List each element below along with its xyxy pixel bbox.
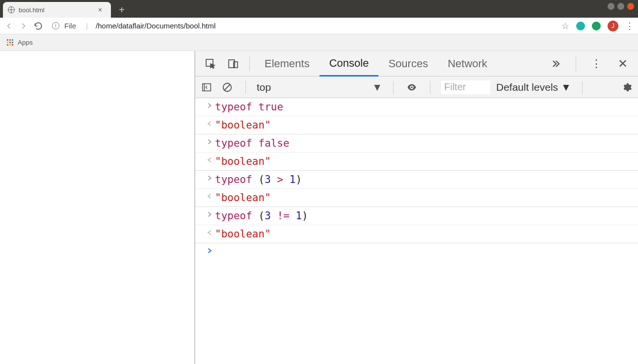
devtools-tabstrip: Elements Console Sources Network ⋮ ✕ xyxy=(195,51,638,77)
svg-point-6 xyxy=(208,123,209,124)
console-output-row: "boolean" xyxy=(195,116,638,134)
console-settings-button[interactable] xyxy=(619,82,634,93)
tab-network[interactable]: Network xyxy=(438,51,497,76)
page-content xyxy=(0,51,195,364)
console-input-row: typeof true xyxy=(195,98,638,116)
tab-elements[interactable]: Elements xyxy=(255,51,319,76)
window-maximize-button[interactable] xyxy=(617,3,624,10)
input-arrow-icon xyxy=(204,137,215,145)
profile-avatar[interactable]: J xyxy=(608,21,618,31)
console-output-row: "boolean" xyxy=(195,225,638,243)
console-output-value: "boolean" xyxy=(215,119,271,131)
page-favicon-icon xyxy=(8,6,15,13)
console-output[interactable]: typeof true "boolean" typeof false "bool… xyxy=(195,98,638,364)
forward-button[interactable] xyxy=(19,21,28,31)
input-arrow-icon xyxy=(204,101,215,109)
tab-console[interactable]: Console xyxy=(319,52,379,77)
context-label: top xyxy=(257,81,271,93)
console-toolbar: top ▼ Default levels ▼ xyxy=(195,77,638,98)
output-arrow-icon xyxy=(204,156,215,163)
prompt-arrow-icon xyxy=(204,246,215,254)
chevron-down-icon: ▼ xyxy=(372,81,382,93)
console-input-row: typeof (3 > 1) xyxy=(195,171,638,189)
devtools-close-button[interactable]: ✕ xyxy=(611,57,634,71)
console-input-row: typeof (3 != 1) xyxy=(195,207,638,225)
devtools-panel: Elements Console Sources Network ⋮ ✕ xyxy=(195,51,638,364)
window-titlebar: bool.html × + xyxy=(0,0,638,18)
console-input-code: typeof (3 != 1) xyxy=(215,210,308,222)
live-expression-button[interactable] xyxy=(404,82,419,93)
chevron-down-icon: ▼ xyxy=(561,81,571,93)
output-arrow-icon xyxy=(204,192,215,200)
apps-label[interactable]: Apps xyxy=(18,39,33,46)
tab-title: bool.html xyxy=(19,6,45,14)
console-output-value: "boolean" xyxy=(215,228,271,240)
bookmarks-bar: Apps xyxy=(0,34,638,51)
more-tabs-button[interactable] xyxy=(544,58,567,70)
output-arrow-icon xyxy=(204,119,215,127)
apps-icon[interactable] xyxy=(7,39,14,46)
device-toolbar-button[interactable] xyxy=(222,58,244,70)
url-scheme: File xyxy=(64,22,76,30)
browser-toolbar: i File | /home/dataflair/Documents/bool.… xyxy=(0,18,638,34)
console-input-code: typeof true xyxy=(215,101,283,113)
site-info-icon[interactable]: i xyxy=(52,22,59,29)
console-sidebar-toggle[interactable] xyxy=(199,82,214,93)
levels-label: Default levels xyxy=(496,81,558,93)
console-input-code: typeof (3 > 1) xyxy=(215,174,302,185)
tab-close-button[interactable]: × xyxy=(96,6,104,14)
console-filter-input[interactable] xyxy=(441,80,490,94)
address-bar[interactable]: i File | /home/dataflair/Documents/bool.… xyxy=(48,19,557,33)
new-tab-button[interactable]: + xyxy=(115,3,129,17)
window-controls xyxy=(608,3,634,10)
extension-green-icon[interactable] xyxy=(592,22,601,30)
url-separator: | xyxy=(86,22,88,30)
console-input-code: typeof false xyxy=(215,137,290,149)
execution-context-selector[interactable]: top ▼ xyxy=(257,81,382,93)
console-output-value: "boolean" xyxy=(215,156,271,167)
browser-tab[interactable]: bool.html × xyxy=(3,2,111,18)
window-close-button[interactable] xyxy=(627,3,634,10)
console-output-value: "boolean" xyxy=(215,192,271,204)
console-prompt[interactable] xyxy=(195,243,638,257)
reload-button[interactable] xyxy=(33,21,43,31)
inspect-element-button[interactable] xyxy=(199,58,222,70)
input-arrow-icon xyxy=(204,210,215,218)
console-output-row: "boolean" xyxy=(195,153,638,171)
bookmark-star-button[interactable]: ☆ xyxy=(561,21,569,31)
output-arrow-icon xyxy=(204,228,215,236)
clear-console-button[interactable] xyxy=(220,82,235,93)
svg-point-7 xyxy=(208,159,209,160)
svg-point-5 xyxy=(411,86,413,88)
devtools-menu-button[interactable]: ⋮ xyxy=(585,57,608,70)
browser-menu-button[interactable]: ⋮ xyxy=(625,21,634,31)
extension-grammarly-icon[interactable] xyxy=(576,22,585,30)
window-minimize-button[interactable] xyxy=(608,3,614,10)
svg-point-8 xyxy=(208,196,209,197)
tab-sources[interactable]: Sources xyxy=(378,51,438,76)
console-output-row: "boolean" xyxy=(195,189,638,207)
console-input-row: typeof false xyxy=(195,134,638,153)
log-levels-selector[interactable]: Default levels ▼ xyxy=(496,81,571,93)
back-button[interactable] xyxy=(4,21,14,31)
url-path: /home/dataflair/Documents/bool.html xyxy=(96,22,215,30)
svg-rect-3 xyxy=(203,83,211,91)
input-arrow-icon xyxy=(204,174,215,182)
svg-point-9 xyxy=(208,232,209,233)
